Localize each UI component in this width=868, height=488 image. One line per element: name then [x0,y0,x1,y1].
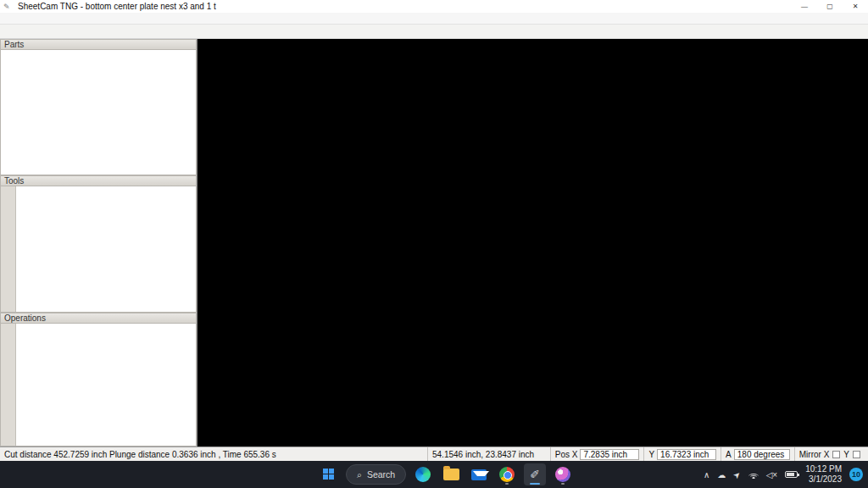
tools-panel: Tools [0,175,197,313]
mirror-x-checkbox[interactable] [832,451,840,458]
angle-label: A [726,450,732,459]
app-icon: ✎ [3,3,14,11]
mail-icon [471,469,487,480]
taskbar-search[interactable]: ⌕ Search [346,464,406,485]
clock[interactable]: 10:12 PM 3/1/2023 [805,464,842,485]
tray-chevron-icon[interactable]: ∧ [704,470,709,480]
sheetcam-window: ✎ SheetCam TNG - bottom center plate nes… [0,0,868,488]
onedrive-icon[interactable]: ☁ [717,470,726,480]
operations-panel-header: Operations [0,313,197,324]
mail-button[interactable] [468,463,490,485]
notification-badge[interactable]: 10 [849,468,863,481]
operations-panel: Operations [0,313,197,446]
minimize-button[interactable]: — [792,0,817,13]
mirror-y-label: Y [843,450,849,459]
tools-panel-header: Tools [0,175,197,186]
pos-x-field[interactable]: 7.2835 inch [580,449,639,460]
pos-y-label: Y [648,450,654,459]
close-button[interactable]: ✕ [843,0,868,13]
windows-logo-icon [323,469,335,480]
drawing-canvas[interactable] [198,39,868,446]
search-icon: ⌕ [357,469,362,480]
parts-panel-header: Parts [0,39,197,50]
menu-bar [0,13,868,25]
title-bar: ✎ SheetCam TNG - bottom center plate nes… [0,0,868,13]
wifi-icon[interactable] [748,470,759,479]
chrome-icon [499,467,515,482]
pos-y-field[interactable]: 16.7323 inch [657,449,716,460]
battery-icon[interactable] [785,471,798,478]
operations-list [16,324,196,446]
angle-field[interactable]: 180 degrees [734,449,790,460]
pos-x-label: Pos X [555,450,578,459]
edge-icon [415,467,431,482]
parts-panel: Parts [0,39,197,175]
sidebar: Parts Tools Operations [0,39,198,446]
sheetcam-taskbar-button[interactable]: ✐ [524,463,546,485]
cut-distance-status: Cut distance 452.7259 inch Plunge distan… [0,447,428,461]
chrome-button[interactable] [496,463,518,485]
edge-button[interactable] [412,463,434,485]
sheetcam-icon: ✐ [530,468,540,481]
paint-button[interactable] [552,463,574,485]
windows-taskbar: ⌕ Search ✐ ∧ ☁ ➤ ◁× 10:12 PM 3/1/2023 10 [0,461,868,488]
tray-time: 10:12 PM [805,464,842,474]
start-button[interactable] [318,463,340,485]
location-icon[interactable]: ➤ [732,469,743,480]
folder-icon [443,469,459,480]
tools-list [16,186,196,312]
main-toolbar [0,25,868,39]
status-bar: Cut distance 452.7259 inch Plunge distan… [0,446,868,461]
window-title: SheetCam TNG - bottom center plate nest … [18,2,216,11]
file-explorer-button[interactable] [440,463,462,485]
maximize-button[interactable]: ▢ [817,0,843,13]
search-label: Search [367,469,395,480]
parts-tree [1,50,196,175]
tools-rail [1,186,16,312]
nest-drawing[interactable] [198,39,868,448]
operations-rail [1,324,16,446]
tray-date: 3/1/2023 [805,474,842,485]
paint-icon [555,467,570,482]
mirror-y-checkbox[interactable] [853,451,860,458]
volume-muted-icon[interactable]: ◁× [766,470,778,480]
mirror-x-label: Mirror X [799,450,830,459]
cursor-coordinates: 54.1546 inch, 23.8437 inch [428,447,551,461]
